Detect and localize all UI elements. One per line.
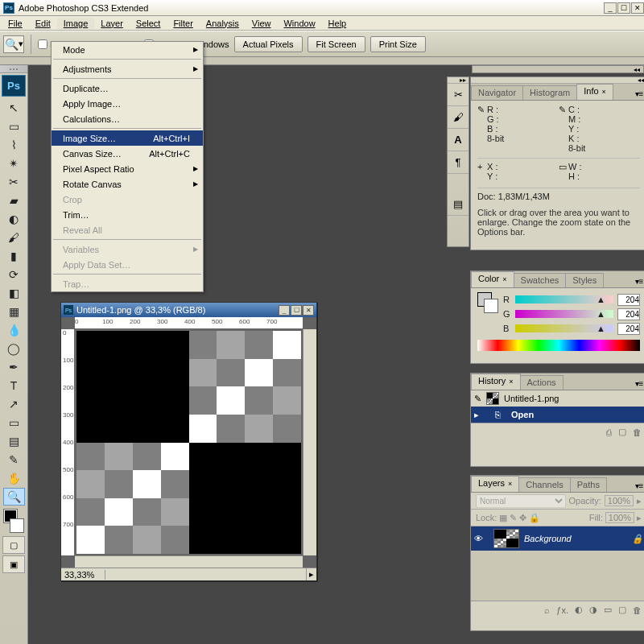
menu-select[interactable]: Select — [130, 18, 167, 29]
menu-analysis[interactable]: Analysis — [200, 18, 246, 29]
minimize-button[interactable]: _ — [604, 2, 617, 14]
mi-calculations[interactable]: Calculations… — [52, 111, 203, 126]
expand-arrows-icon[interactable]: ▸▸ — [448, 77, 469, 84]
trash-icon[interactable]: 🗑 — [633, 427, 642, 437]
tool-preset[interactable]: 🔍▾ — [3, 35, 24, 53]
marquee-tool[interactable]: ▭ — [3, 118, 25, 135]
history-source[interactable]: ✎ Untitled-1.png — [471, 390, 644, 407]
fx-icon[interactable]: ƒx. — [556, 605, 568, 615]
new-doc-icon[interactable]: ▢ — [618, 427, 626, 437]
tab-histogram[interactable]: Histogram — [522, 85, 577, 100]
mi-duplicate[interactable]: Duplicate… — [52, 80, 203, 96]
status-menu[interactable]: ▸ — [307, 569, 316, 580]
lock-transparent-icon[interactable]: ▦ — [499, 513, 507, 523]
print-size-button[interactable]: Print Size — [370, 36, 426, 52]
gradient-tool[interactable]: ▦ — [3, 303, 25, 320]
blend-mode[interactable]: Normal — [476, 494, 566, 508]
slider-r[interactable]: ▲ — [515, 295, 613, 303]
layer-thumbnail[interactable] — [493, 529, 519, 548]
scrollbar-horizontal[interactable] — [75, 555, 303, 568]
menu-file[interactable]: File — [2, 18, 29, 29]
menubar[interactable]: File Edit Image Layer Select Filter Anal… — [0, 16, 644, 31]
doc-minimize[interactable]: _ — [279, 305, 290, 316]
fill-input[interactable]: 100% — [605, 512, 634, 523]
new-snapshot-icon[interactable]: ⎙ — [606, 427, 612, 437]
stamp-tool[interactable]: ▮ — [3, 247, 25, 265]
lasso-tool[interactable]: ⌇ — [3, 136, 25, 154]
close-button[interactable]: ✕ — [631, 2, 644, 14]
slider-b[interactable]: ▲ — [515, 324, 613, 332]
tab-paths[interactable]: Paths — [570, 477, 607, 492]
tab-styles[interactable]: Styles — [565, 273, 604, 287]
mi-mode[interactable]: Mode — [52, 42, 203, 57]
lock-all-icon[interactable]: 🔒 — [529, 513, 540, 523]
path-tool[interactable]: ↗ — [3, 395, 25, 413]
panel-menu-icon[interactable]: ▾≡ — [632, 275, 644, 287]
tab-swatches[interactable]: Swatches — [514, 273, 567, 287]
dodge-tool[interactable]: ◯ — [3, 340, 25, 357]
slice-tool[interactable]: ▰ — [3, 192, 25, 209]
tab-actions[interactable]: Actions — [520, 375, 564, 390]
panel-menu-icon[interactable]: ▾≡ — [632, 87, 644, 100]
adjustment-icon[interactable]: ◑ — [589, 605, 597, 615]
panel-menu-icon[interactable]: ▾≡ — [632, 377, 644, 390]
doc-close[interactable]: ✕ — [303, 305, 314, 316]
move-tool[interactable]: ↖ — [3, 99, 25, 117]
tab-channels[interactable]: Channels — [518, 477, 570, 492]
blur-tool[interactable]: 💧 — [3, 321, 25, 339]
pb-layercomps[interactable]: ▤ — [448, 193, 469, 216]
menu-view[interactable]: View — [246, 18, 278, 29]
lock-position-icon[interactable]: ✥ — [519, 513, 526, 523]
layer-background[interactable]: 👁 Background 🔒 — [471, 526, 644, 551]
pb-tools[interactable]: ✂ — [448, 84, 469, 106]
menu-edit[interactable]: Edit — [29, 18, 57, 29]
link-icon[interactable]: ⌕ — [544, 605, 550, 615]
color-swap[interactable] — [2, 508, 25, 534]
opacity-input[interactable]: 100% — [605, 495, 634, 506]
actual-pixels-button[interactable]: Actual Pixels — [234, 36, 303, 52]
new-layer-icon[interactable]: ▢ — [618, 605, 626, 615]
tab-color[interactable]: Color× — [471, 271, 514, 287]
notes-tool[interactable]: ▤ — [3, 432, 25, 450]
type-tool[interactable]: T — [3, 377, 25, 394]
background-color[interactable] — [10, 519, 23, 532]
menu-filter[interactable]: Filter — [167, 18, 199, 29]
spectrum[interactable] — [477, 340, 640, 351]
eraser-tool[interactable]: ◧ — [3, 284, 25, 302]
scrollbar-vertical[interactable] — [303, 329, 316, 555]
mi-trim[interactable]: Trim… — [52, 207, 203, 222]
slider-g[interactable]: ▲ — [515, 310, 613, 318]
hand-tool[interactable]: ✋ — [3, 469, 25, 487]
panel-menu-icon[interactable]: ▾≡ — [632, 479, 644, 492]
group-icon[interactable]: ▭ — [604, 605, 612, 615]
quick-mask[interactable]: ▢ — [2, 536, 25, 554]
wand-tool[interactable]: ✴ — [3, 155, 25, 172]
mi-rotate-canvas[interactable]: Rotate Canvas — [52, 176, 203, 192]
menu-layer[interactable]: Layer — [94, 18, 130, 29]
tab-history[interactable]: History× — [471, 374, 521, 390]
panel-collapse-strip[interactable]: ◂◂ — [472, 65, 644, 73]
panel-collapse-icon[interactable]: ◂◂ — [471, 77, 644, 84]
menu-image[interactable]: Image — [57, 18, 95, 29]
doc-maximize[interactable]: ☐ — [291, 305, 302, 316]
tab-navigator[interactable]: Navigator — [471, 85, 523, 100]
canvas[interactable] — [75, 329, 303, 555]
history-step-open[interactable]: ▸ ⎘ Open — [471, 407, 644, 423]
pen-tool[interactable]: ✒ — [3, 358, 25, 376]
pb-type[interactable]: A — [448, 129, 469, 151]
toolbox-grip[interactable] — [0, 65, 27, 73]
zoom-tool[interactable]: 🔍 — [3, 488, 25, 506]
zoom-readout[interactable]: 33,33% — [61, 570, 105, 580]
document-window[interactable]: Ps Untitled-1.png @ 33,3% (RGB/8) _ ☐ ✕ … — [60, 302, 317, 581]
color-swatch[interactable] — [477, 292, 498, 336]
lock-pixels-icon[interactable]: ✎ — [510, 513, 517, 523]
eyedropper-tool[interactable]: ✎ — [3, 451, 25, 469]
brush-tool[interactable]: 🖌 — [3, 229, 25, 246]
fit-screen-button[interactable]: Fit Screen — [308, 36, 365, 52]
menu-help[interactable]: Help — [322, 18, 353, 29]
mi-pixel-aspect[interactable]: Pixel Aspect Ratio — [52, 161, 203, 176]
mi-image-size[interactable]: Image Size…Alt+Ctrl+I — [52, 130, 203, 146]
mi-apply-image[interactable]: Apply Image… — [52, 96, 203, 111]
maximize-button[interactable]: ☐ — [617, 2, 630, 14]
input-r[interactable] — [617, 294, 640, 306]
